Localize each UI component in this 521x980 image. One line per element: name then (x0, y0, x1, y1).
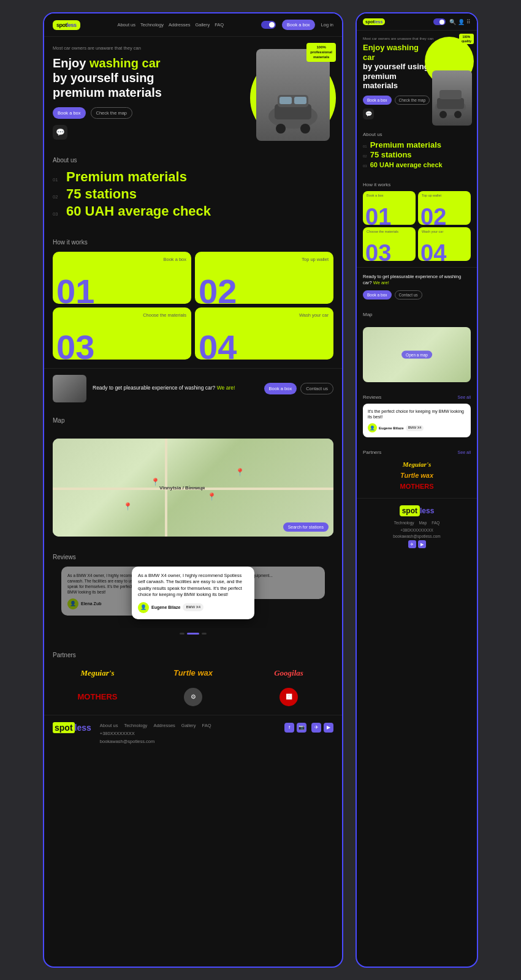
map-pin-2: 📍 (207, 492, 216, 501)
map-search-button[interactable]: Search for stations (283, 522, 329, 532)
mobile-footer-faq[interactable]: FAQ (432, 521, 439, 525)
desktop-nav-toggle[interactable] (261, 21, 276, 29)
mobile-about-num-1: 01 (363, 145, 367, 148)
mobile-footer-links: Technology Map FAQ (363, 521, 471, 525)
cta-text: Ready to get pleasurable experience of w… (93, 385, 258, 392)
mobile-partners-section: Partners See all Meguiar's Turtle wax MO… (357, 443, 477, 498)
reviews-progress[interactable] (53, 633, 333, 635)
mobile-footer-icon-tg[interactable]: ✈ (408, 540, 416, 548)
mobile-partner-meguiars: Meguiar's (363, 459, 471, 470)
mobile-nav-icons: 🔍 👤 ⠿ (449, 19, 471, 25)
desktop-reviews-section: Reviews As a BMW X4 owner, I highly reco… (44, 545, 342, 643)
nav-faq[interactable]: FAQ (215, 22, 224, 28)
footer-addresses[interactable]: Addresses (153, 723, 175, 728)
logo-spot: spot (56, 22, 67, 28)
mobile-how-card-4: Wash your car 04 (418, 227, 471, 261)
mobile-footer-tech[interactable]: Technology (394, 521, 414, 525)
how-num-2: 02 (199, 274, 237, 304)
mobile-footer-email: bookawash@spotless.com (363, 534, 471, 538)
progress-dot-2 (187, 633, 199, 635)
mobile-partners-title: Partners (363, 450, 381, 455)
reviews-title: Reviews (53, 554, 333, 560)
mobile-cta-book-button[interactable]: Book a box (363, 290, 392, 300)
footer-gallery[interactable]: Gallery (181, 723, 196, 728)
review-avatar-left: 👤 (67, 598, 78, 609)
partner-circle-2: 🅰 (280, 688, 298, 706)
footer-about[interactable]: About us (100, 723, 118, 728)
mobile-footer-icon-yt[interactable]: ▶ (418, 540, 426, 548)
mobile-chat-icon[interactable]: 💬 (363, 108, 374, 119)
footer-logo: spotless (53, 723, 91, 733)
hero-title: Enjoy washing car by yourself using prem… (53, 56, 175, 100)
partner-meguiars: Meguiar's (53, 665, 142, 682)
how-card-3: Choose the materials 03 (53, 307, 191, 360)
mobile-how-section: How it works Book a box 01 Top up wallet… (357, 176, 477, 267)
desktop-map[interactable]: 📍 📍 📍 📍 Vinnytsia / Вінниця Search for s… (53, 439, 333, 537)
desktop-map-section: Map (44, 409, 342, 439)
mobile-cta-buttons: Book a box Contact us (363, 290, 471, 300)
footer-icon-tg[interactable]: ✈ (311, 723, 321, 733)
map-pin-3: 📍 (235, 468, 245, 477)
mobile-nav-toggle[interactable] (433, 18, 446, 25)
mobile-map[interactable]: Open a map (363, 327, 471, 382)
nav-login-button[interactable]: Log in (321, 22, 333, 28)
svg-rect-6 (294, 97, 306, 104)
nav-gallery[interactable]: Gallery (195, 22, 210, 28)
hero-car-svg (262, 67, 324, 141)
footer-icon-ig[interactable]: 📷 (297, 723, 306, 733)
mobile-review-text: It's the perfect choice for keeping my B… (368, 409, 466, 421)
partners-title: Partners (53, 652, 333, 658)
mobile-search-icon[interactable]: 🔍 (449, 19, 456, 25)
footer-tech[interactable]: Technology (124, 723, 147, 728)
footer-faq[interactable]: FAQ (202, 723, 211, 728)
mobile-map-button[interactable]: Check the map (395, 96, 430, 105)
hero-chat-icon[interactable]: 💬 (53, 125, 67, 140)
mobile-user-icon[interactable]: 👤 (458, 19, 465, 25)
mobile-how-label-4: Wash your car (422, 230, 443, 233)
mobile-how-num-3: 03 (365, 241, 391, 261)
mobile-reviews-see-all[interactable]: See all (458, 395, 471, 399)
hero-image-container: 100% professional materials (232, 43, 336, 141)
mobile-hero-car-svg (432, 70, 469, 123)
mobile-cta-contact-button[interactable]: Contact us (395, 290, 422, 300)
nav-addresses[interactable]: Addresses (169, 22, 190, 28)
mobile-how-label-1: Book a box (367, 194, 384, 197)
footer-phone: +380XXXXXXXX (100, 731, 276, 736)
mobile-cta-strip: Ready to get pleasurable experience of w… (357, 267, 477, 306)
mobile-how-label-2: Top up wallet (422, 194, 441, 197)
mobile-review-author: 👤 Eugene Bilaze BMW X4 (368, 423, 466, 432)
mobile-map-title: Map (363, 312, 471, 317)
mobile-map-open-button[interactable]: Open a map (401, 350, 432, 358)
desktop-how-section: How it works Book a box 01 Top up wallet… (44, 230, 342, 368)
review-text-center: As a BMW X4 owner, I highly recommend Sp… (138, 573, 248, 598)
review-card-center: As a BMW X4 owner, I highly recommend Sp… (132, 567, 254, 619)
desktop-nav-links: About us Technology Addresses Gallery FA… (86, 22, 256, 28)
nav-technology[interactable]: Technology (140, 22, 164, 28)
how-label-3: Choose the materials (143, 312, 186, 318)
hero-book-button[interactable]: Book a box (53, 107, 86, 119)
desktop-logo[interactable]: spotless (53, 20, 80, 30)
mobile-footer-map[interactable]: Map (419, 521, 427, 525)
mobile-footer-phone: +380XXXXXXXXX (363, 528, 471, 532)
mobile-how-num-1: 01 (365, 205, 391, 225)
hero-title-enjoy: Enjoy (53, 56, 89, 70)
cta-book-button[interactable]: Book a box (264, 383, 297, 394)
mobile-partners-see-all[interactable]: See all (458, 450, 471, 454)
svg-point-3 (276, 124, 286, 134)
footer-icon-yt[interactable]: ▶ (324, 723, 333, 733)
nav-about[interactable]: About us (117, 22, 135, 28)
footer-icon-fb[interactable]: f (284, 723, 294, 733)
mobile-logo[interactable]: spotless (363, 18, 385, 25)
hero-map-button[interactable]: Check the map (91, 107, 132, 119)
mobile-book-button[interactable]: Book a box (363, 96, 392, 105)
progress-dot-3 (202, 633, 207, 635)
map-background: 📍 📍 📍 📍 Vinnytsia / Вінниця Search for s… (53, 439, 333, 537)
map-city-label: Vinnytsia / Вінниця (159, 485, 205, 491)
mobile-menu-icon[interactable]: ⠿ (466, 19, 471, 25)
map-pin-4: 📍 (123, 502, 132, 511)
cta-contact-button[interactable]: Contact us (300, 383, 333, 394)
mobile-about-1: 01 Premium materials (363, 141, 471, 149)
mobile-about-2: 02 75 stations (363, 151, 471, 159)
nav-book-button[interactable]: Book a box (282, 20, 315, 30)
how-card-1: Book a box 01 (53, 252, 191, 304)
